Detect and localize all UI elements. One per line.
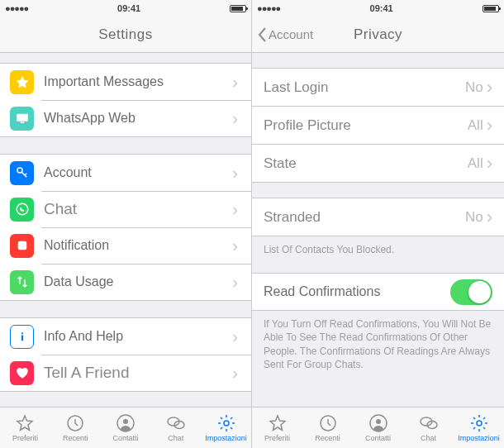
row-label: State (264, 155, 468, 172)
row-data-usage[interactable]: Data Usage › (0, 264, 251, 300)
chevron-right-icon: › (487, 77, 492, 98)
read-confirmations-footer: If You Turn Off Read Confirmations, You … (252, 311, 504, 378)
settings-group-3: Info And Help › Tell A Friend › (0, 317, 251, 392)
chat-bubbles-icon (418, 413, 440, 433)
nav-title: Privacy (354, 26, 402, 43)
chevron-right-icon: › (487, 207, 492, 228)
tab-contatti[interactable]: Contatti (101, 407, 151, 448)
tab-preferiti[interactable]: Preferiti (252, 407, 302, 448)
battery-icon (483, 5, 499, 12)
settings-group-2: Account › Chat › Notification › Data Usa… (0, 154, 251, 301)
chevron-right-icon: › (232, 327, 238, 346)
read-confirmations-toggle[interactable] (450, 279, 492, 305)
tab-label: Recenti (63, 434, 88, 442)
blocked-footer: List Of Contacts You Blocked. (252, 236, 504, 263)
chevron-right-icon: › (232, 200, 238, 219)
signal-icon: ●●●●● (257, 3, 280, 13)
tab-impostazioni[interactable]: Impostazioni (454, 407, 504, 448)
chevron-right-icon: › (232, 236, 238, 255)
tab-recenti[interactable]: Recenti (302, 407, 353, 448)
svg-point-15 (376, 419, 381, 424)
row-stranded[interactable]: Stranded No › (252, 198, 504, 236)
row-notification[interactable]: Notification › (0, 227, 251, 264)
computer-icon (10, 107, 34, 131)
chevron-right-icon: › (487, 153, 492, 174)
privacy-group-2: Stranded No › (252, 198, 504, 236)
svg-rect-6 (21, 336, 22, 341)
tab-label: Contatti (112, 434, 138, 442)
signal-icon: ●●●●● (5, 3, 28, 13)
status-bar: ●●●●● 09:41 (252, 0, 504, 17)
back-button[interactable]: Account (257, 26, 313, 43)
svg-rect-1 (20, 122, 24, 124)
tab-label: Chat (168, 434, 183, 442)
tab-label: Chat (421, 434, 436, 442)
row-value: All (468, 155, 483, 172)
row-label: Important Messages (44, 74, 229, 89)
settings-content[interactable]: Important Messages › WhatsApp Web › Acco… (0, 53, 251, 407)
status-time: 09:41 (370, 3, 393, 13)
row-read-confirmations: Read Confirmations (252, 273, 504, 311)
row-label: Profile Picture (264, 117, 468, 134)
status-time: 09:41 (117, 3, 140, 13)
chevron-right-icon: › (232, 109, 238, 128)
chevron-right-icon: › (232, 273, 238, 292)
clock-icon (317, 413, 339, 433)
row-tell-friend[interactable]: Tell A Friend › (0, 355, 251, 391)
svg-point-9 (123, 419, 128, 424)
row-profile-picture[interactable]: Profile Picture All › (252, 107, 504, 145)
battery-icon (230, 5, 246, 12)
tab-label: Preferiti (264, 434, 290, 442)
contact-icon (368, 413, 389, 433)
row-whatsapp-web[interactable]: WhatsApp Web › (0, 100, 251, 136)
row-label: Tell A Friend (44, 364, 229, 382)
privacy-screen: ●●●●● 09:41 Account Privacy Last Login N… (252, 0, 504, 448)
row-last-login[interactable]: Last Login No › (252, 69, 504, 107)
gear-icon (216, 413, 237, 433)
row-label: WhatsApp Web (44, 111, 229, 126)
row-label: Last Login (264, 79, 465, 96)
chevron-right-icon: › (232, 164, 238, 183)
row-value: No (465, 209, 483, 226)
whatsapp-icon (10, 198, 34, 222)
heart-icon (10, 361, 34, 385)
row-label: Notification (44, 238, 229, 253)
row-state[interactable]: State All › (252, 145, 504, 183)
chat-bubbles-icon (165, 413, 187, 433)
privacy-group-1: Last Login No › Profile Picture All › St… (252, 68, 504, 183)
row-chat[interactable]: Chat › (0, 191, 251, 227)
row-label: Chat (44, 200, 229, 218)
svg-point-2 (17, 168, 22, 173)
svg-point-5 (21, 332, 22, 334)
row-label: Data Usage (44, 274, 229, 289)
row-important-messages[interactable]: Important Messages › (0, 64, 251, 100)
tab-label: Recenti (315, 434, 340, 442)
chevron-right-icon: › (232, 364, 238, 383)
clock-icon (64, 413, 86, 433)
row-account[interactable]: Account › (0, 155, 251, 191)
tab-label: Impostazioni (458, 434, 500, 442)
tab-label: Preferiti (12, 434, 38, 442)
row-label: Account (44, 165, 229, 180)
arrows-icon (10, 270, 34, 294)
tab-chat[interactable]: Chat (403, 407, 454, 448)
tab-label: Contatti (365, 434, 391, 442)
privacy-content[interactable]: Last Login No › Profile Picture All › St… (252, 53, 504, 407)
tab-contatti[interactable]: Contatti (353, 407, 403, 448)
star-icon (10, 70, 34, 94)
toggle-label: Read Confirmations (264, 284, 450, 299)
tab-bar: Preferiti Recenti Contatti Chat Impostaz… (0, 407, 251, 448)
tab-recenti[interactable]: Recenti (50, 407, 101, 448)
row-value: All (468, 117, 483, 134)
chevron-left-icon (257, 26, 267, 43)
row-label: Info And Help (44, 329, 229, 344)
settings-group-1: Important Messages › WhatsApp Web › (0, 63, 251, 137)
tab-preferiti[interactable]: Preferiti (0, 407, 50, 448)
status-bar: ●●●●● 09:41 (0, 0, 251, 17)
star-outline-icon (14, 413, 36, 433)
gear-icon (468, 413, 490, 433)
row-info-help[interactable]: Info And Help › (0, 318, 251, 355)
star-outline-icon (267, 413, 288, 433)
tab-impostazioni[interactable]: Impostazioni (201, 407, 251, 448)
tab-chat[interactable]: Chat (150, 407, 201, 448)
